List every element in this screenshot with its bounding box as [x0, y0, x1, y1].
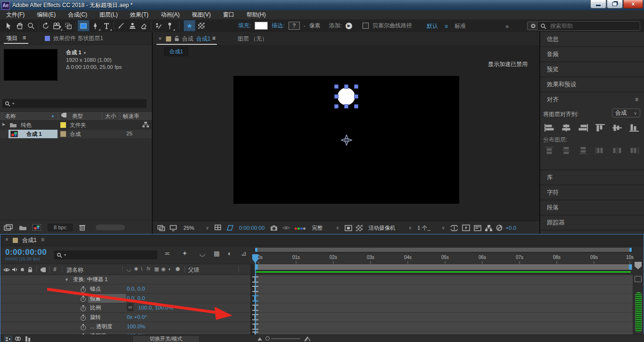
region-of-interest-icon[interactable]	[226, 225, 234, 231]
show-channel-icon[interactable]	[295, 225, 306, 231]
property-label[interactable]: 位置	[90, 294, 101, 303]
panel-libraries[interactable]: 库	[540, 170, 644, 185]
selection-handle[interactable]	[334, 84, 339, 89]
timeline-button-icon[interactable]	[474, 225, 481, 231]
current-timecode[interactable]: 0:00:00:00	[5, 248, 47, 257]
reset-exposure-icon[interactable]	[496, 225, 503, 231]
panel-align-header[interactable]: 对齐 ≡	[540, 92, 644, 107]
lock-icon[interactable]	[28, 267, 33, 273]
timeline-horizontal-scrollbar[interactable]	[254, 247, 633, 252]
column-framerate[interactable]: 帧速率	[120, 112, 151, 120]
column-name[interactable]: 名称	[2, 112, 56, 120]
distribute-left-button[interactable]	[595, 146, 606, 156]
bezier-path-checkbox[interactable]	[363, 23, 369, 29]
label-color-swatch[interactable]	[60, 131, 66, 137]
viewer-panel-menu-icon[interactable]: ≡	[212, 35, 215, 42]
framerate-switch-icon[interactable]: \	[141, 266, 142, 272]
track-area[interactable]	[254, 275, 633, 334]
workspace-menu-icon[interactable]: ≡	[445, 23, 448, 30]
property-value[interactable]: 0.0, 0.0	[127, 294, 145, 303]
time-ruler[interactable]: 00s 01s 02s 03s 04s 05s 06s 07s 08s 09s …	[254, 253, 633, 264]
source-name-column[interactable]: 源名称	[66, 266, 83, 274]
hide-shy-layers-icon[interactable]: ◡	[199, 250, 205, 257]
distribute-hcenter-button[interactable]	[612, 146, 623, 156]
show-snapshot-eye-icon[interactable]	[282, 225, 290, 230]
graph-editor-icon[interactable]: ⊿	[241, 250, 247, 257]
toggle-switches-modes-button[interactable]: 切换开关/模式	[132, 335, 199, 342]
anchor-point-icon[interactable]	[341, 134, 352, 146]
scrollbar-left-cap[interactable]	[255, 248, 257, 252]
align-top-button[interactable]	[595, 124, 606, 133]
panel-preview[interactable]: 预览	[540, 62, 644, 77]
shape-layer-toggle[interactable]: ★	[183, 20, 196, 32]
label-tag-icon[interactable]	[40, 267, 46, 273]
expand-icon[interactable]: ▶	[2, 122, 5, 126]
zoom-slider-track[interactable]	[271, 338, 300, 339]
menu-item-layer[interactable]: 图层(L)	[93, 10, 124, 19]
project-panel-menu-icon[interactable]: ≡	[23, 34, 26, 41]
view-layout-dropdown[interactable]: 1 个_∨	[415, 225, 446, 232]
shape-circle[interactable]	[338, 88, 355, 105]
selection-handle[interactable]	[334, 104, 339, 108]
brush-tool[interactable]	[116, 20, 127, 31]
adjustment-switch-icon[interactable]: ◐	[168, 266, 172, 272]
menu-item-help[interactable]: 帮助(H)	[240, 10, 272, 19]
new-composition-icon[interactable]	[33, 224, 41, 231]
align-left-button[interactable]	[544, 124, 555, 133]
add-menu-button[interactable]: ▶	[346, 23, 352, 29]
selection-handle[interactable]	[344, 84, 348, 89]
property-row-rotation[interactable]: 旋转 0x +0.0°	[0, 313, 250, 322]
transparency-grid-icon[interactable]	[356, 225, 363, 231]
unlock-icon[interactable]	[174, 36, 179, 42]
menu-item-composition[interactable]: 合成(C)	[62, 10, 93, 19]
align-right-button[interactable]	[578, 124, 589, 133]
comp-name-label[interactable]: 合成 1	[66, 50, 82, 55]
flowchart-button-icon[interactable]	[485, 225, 492, 231]
minimize-button[interactable]	[590, 0, 606, 8]
type-tool[interactable]	[101, 20, 112, 31]
zoom-slider-knob[interactable]	[265, 336, 270, 341]
selection-handle[interactable]	[344, 104, 348, 108]
selection-handle[interactable]	[354, 94, 358, 99]
stopwatch-icon[interactable]	[81, 306, 86, 311]
project-search-input[interactable]	[14, 100, 144, 108]
timeline-tab-comp1[interactable]: 合成1	[22, 236, 37, 244]
stroke-color-swatch[interactable]: ?	[289, 22, 300, 30]
property-row-scale[interactable]: 比例 ∞ 100.0, 100.0%	[0, 303, 250, 313]
interpret-footage-icon[interactable]	[4, 224, 13, 231]
align-to-dropdown[interactable]: 合成∨	[612, 108, 640, 117]
distribute-vcenter-button[interactable]	[561, 146, 572, 156]
eraser-tool[interactable]	[138, 20, 149, 31]
menu-item-edit[interactable]: 编辑(E)	[31, 10, 62, 19]
hand-tool[interactable]	[14, 20, 25, 31]
comp-mini-tab[interactable]: 合成1	[164, 47, 188, 56]
motion-blur-switch-icon[interactable]: ◉	[161, 266, 166, 272]
stopwatch-icon[interactable]	[81, 287, 86, 292]
stroke-width-value[interactable]: -	[304, 23, 305, 29]
property-value[interactable]: 100.0, 100.0%	[138, 303, 173, 312]
zoom-in-mountain-icon[interactable]	[304, 336, 311, 341]
work-area-bar[interactable]	[254, 264, 633, 270]
pen-tool[interactable]	[90, 20, 101, 31]
zoom-tool[interactable]	[25, 20, 37, 31]
link-dimensions-icon[interactable]: ∞	[127, 303, 133, 311]
vertical-scrollbar[interactable]	[635, 292, 642, 333]
transform-group-row[interactable]: ▼ 变换: 中继器 1	[0, 275, 250, 284]
align-panel-menu-icon[interactable]: ≡	[635, 92, 638, 107]
stopwatch-icon[interactable]	[81, 325, 86, 330]
panel-paragraph[interactable]: 段落	[540, 200, 644, 216]
distribute-bottom-button[interactable]	[578, 146, 589, 156]
align-center-horizontal-button[interactable]	[561, 124, 572, 133]
rotation-tool[interactable]	[40, 20, 51, 31]
grid-guides-icon[interactable]	[215, 225, 222, 231]
always-preview-icon[interactable]	[157, 225, 165, 231]
selection-handle[interactable]	[354, 84, 358, 89]
puppet-pin-tool[interactable]	[164, 20, 175, 31]
close-tab-icon[interactable]: ×	[5, 236, 8, 243]
restore-button[interactable]	[607, 0, 623, 8]
property-value[interactable]: 0.0, 0.0	[127, 284, 145, 293]
workspace-default[interactable]: 默认	[427, 22, 438, 30]
project-row-solids[interactable]: ▶ 纯色 文件夹	[0, 121, 152, 129]
fast-preview-icon[interactable]	[462, 225, 470, 231]
playhead-line[interactable]	[255, 254, 256, 334]
